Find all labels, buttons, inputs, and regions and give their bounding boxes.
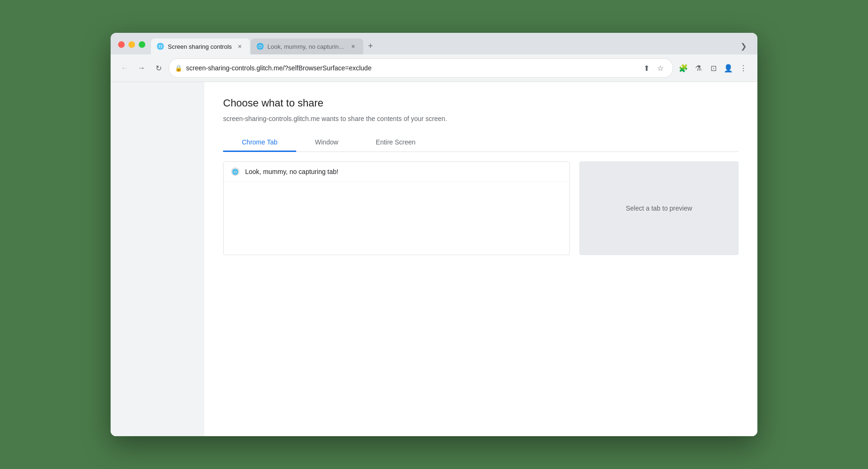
tab-title-1: Screen sharing controls bbox=[168, 43, 232, 50]
tab-screen-sharing[interactable]: 🌐 Screen sharing controls ✕ bbox=[151, 38, 250, 54]
tabs-container: 🌐 Screen sharing controls ✕ 🌐 Look, mumm… bbox=[151, 38, 750, 54]
toolbar: ← → ↻ 🔒 screen-sharing-controls.glitch.m… bbox=[111, 54, 757, 82]
minimize-button[interactable] bbox=[128, 41, 135, 48]
address-text: screen-sharing-controls.glitch.me/?selfB… bbox=[186, 64, 636, 72]
page-wrapper: Choose what to share screen-sharing-cont… bbox=[111, 82, 757, 436]
lock-icon: 🔒 bbox=[175, 65, 182, 72]
tab-favicon-2: 🌐 bbox=[256, 43, 264, 50]
back-button[interactable]: ← bbox=[118, 61, 131, 75]
tab-close-1[interactable]: ✕ bbox=[236, 42, 244, 51]
tab-list: 🌐 Look, mummy, no capturing tab! bbox=[223, 161, 570, 255]
chevron-down-icon: ❯ bbox=[741, 42, 747, 51]
toolbar-actions: 🧩 ⚗ ⊡ 👤 ⋮ bbox=[677, 61, 750, 75]
new-tab-button[interactable]: + bbox=[364, 39, 377, 53]
reload-icon: ↻ bbox=[156, 64, 162, 73]
traffic-lights bbox=[118, 41, 145, 54]
reload-button[interactable]: ↻ bbox=[152, 61, 165, 75]
preview-text: Select a tab to preview bbox=[626, 204, 692, 212]
browser-window: 🌐 Screen sharing controls ✕ 🌐 Look, mumm… bbox=[111, 33, 757, 436]
tab-look-mummy[interactable]: 🌐 Look, mummy, no capturing ta… ✕ bbox=[251, 38, 363, 54]
bookmark-icon[interactable]: ☆ bbox=[654, 61, 667, 75]
tabs-dropdown-button[interactable]: ❯ bbox=[737, 39, 750, 53]
tab-entire-screen[interactable]: Entire Screen bbox=[357, 134, 434, 152]
list-item-title: Look, mummy, no capturing tab! bbox=[245, 168, 338, 175]
sidebar-space bbox=[111, 82, 204, 436]
forward-button[interactable]: → bbox=[135, 61, 148, 75]
close-button[interactable] bbox=[118, 41, 125, 48]
preview-panel: Select a tab to preview bbox=[579, 161, 739, 255]
dialog-subtitle: screen-sharing-controls.glitch.me wants … bbox=[223, 115, 739, 122]
list-item[interactable]: 🌐 Look, mummy, no capturing tab! bbox=[224, 162, 569, 182]
tab-favicon-1: 🌐 bbox=[157, 43, 164, 50]
title-bar: 🌐 Screen sharing controls ✕ 🌐 Look, mumm… bbox=[111, 33, 757, 54]
extensions-icon[interactable]: 🧩 bbox=[677, 61, 690, 75]
split-screen-icon[interactable]: ⊡ bbox=[707, 61, 720, 75]
more-menu-icon[interactable]: ⋮ bbox=[737, 61, 750, 75]
profile-icon[interactable]: 👤 bbox=[722, 61, 735, 75]
forward-icon: → bbox=[138, 64, 145, 72]
share-icon[interactable]: ⬆ bbox=[640, 61, 653, 75]
dialog-title: Choose what to share bbox=[223, 97, 739, 109]
tab-title-2: Look, mummy, no capturing ta… bbox=[268, 43, 345, 50]
list-item-favicon: 🌐 bbox=[231, 167, 239, 176]
labs-icon[interactable]: ⚗ bbox=[692, 61, 705, 75]
tab-window[interactable]: Window bbox=[296, 134, 357, 152]
tab-chrome-tab[interactable]: Chrome Tab bbox=[223, 134, 296, 152]
back-icon: ← bbox=[121, 64, 128, 72]
main-content: Choose what to share screen-sharing-cont… bbox=[204, 82, 757, 436]
content-area: 🌐 Look, mummy, no capturing tab! Select … bbox=[223, 161, 739, 255]
share-tabs-nav: Chrome Tab Window Entire Screen bbox=[223, 134, 739, 152]
address-bar-actions: ⬆ ☆ bbox=[640, 61, 667, 75]
maximize-button[interactable] bbox=[139, 41, 145, 48]
tab-close-2[interactable]: ✕ bbox=[349, 42, 358, 51]
address-bar[interactable]: 🔒 screen-sharing-controls.glitch.me/?sel… bbox=[169, 58, 673, 78]
